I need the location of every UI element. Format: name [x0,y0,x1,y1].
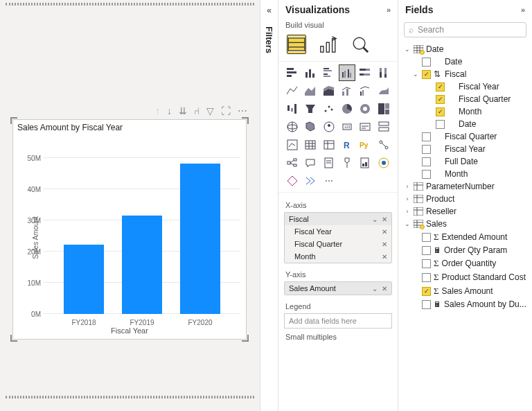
table-reseller[interactable]: ›Reseller [401,205,529,218]
format-visual-tab[interactable] [319,35,338,54]
viz-line-clustered-column[interactable] [357,82,373,99]
table-product[interactable]: ›Product [401,193,529,205]
legend-well[interactable]: Add data fields here [284,313,392,329]
viz-card[interactable] [357,119,373,135]
resize-handle-tr[interactable] [242,117,249,124]
chevron-down-icon[interactable]: ⌄ [372,285,378,292]
expand-icon[interactable]: ⑁ [194,105,200,116]
search-input[interactable]: ⌕ Search [404,22,526,37]
visualizations-title: Visualizations [285,4,350,15]
visual-type-grid: 123 R Py ⋯ [278,62,398,192]
chevron-down-icon[interactable]: ⌄ [372,216,378,223]
viz-more[interactable]: ⋯ [321,173,337,189]
field-fiscal-quarter[interactable]: Fiscal Quarter [401,93,529,105]
viz-donut[interactable] [357,100,373,117]
viz-filled-map[interactable] [302,119,319,135]
viz-key-influencers[interactable] [375,137,392,153]
expand-filters-icon[interactable]: « [267,0,272,21]
field-order-qty-param[interactable]: 🖩Order Qty Param [401,244,529,256]
field-product-standard-cost[interactable]: ΣProduct Standard Cost [401,270,529,284]
remove-icon[interactable]: ✕ [382,228,387,236]
filters-pane-collapsed[interactable]: « Filters [260,0,278,411]
search-icon: ⌕ [409,25,414,35]
svg-rect-63 [305,141,315,149]
viz-azure-map[interactable] [321,119,337,135]
viz-map[interactable] [284,119,301,135]
viz-scatter[interactable] [321,100,337,117]
field-fiscal-year[interactable]: Fiscal Year [401,80,529,93]
viz-goals[interactable] [339,155,355,171]
viz-multi-row-card[interactable] [375,119,392,135]
viz-treemap[interactable] [375,100,392,117]
viz-ribbon[interactable] [375,82,392,99]
field-full-date[interactable]: Full Date [401,155,529,168]
viz-gauge[interactable]: 123 [339,119,355,135]
resize-handle-tl[interactable] [10,117,17,124]
table-sales[interactable]: ⌄Sales [401,218,529,230]
viz-line-stacked-column[interactable] [339,82,355,99]
viz-paginated[interactable] [357,155,373,171]
drill-down-icon[interactable]: ↓ [167,105,172,116]
field-fiscal-month[interactable]: Month [401,105,529,118]
viz-narrative[interactable] [321,155,337,171]
field-extended-amount[interactable]: ΣExtended Amount [401,230,529,244]
svg-rect-21 [350,73,351,78]
viz-qa[interactable] [302,155,319,171]
field-fiscal-quarter-flat[interactable]: Fiscal Quarter [401,130,529,143]
viz-stacked-area[interactable] [321,82,337,99]
viz-power-automate[interactable] [302,173,319,189]
analytics-tab[interactable] [351,35,370,54]
drill-next-icon[interactable]: ⇊ [179,105,187,116]
viz-table[interactable] [302,137,319,153]
field-date-date[interactable]: Date [401,55,529,68]
bar-fy2018[interactable] [64,245,104,314]
viz-arc-gis[interactable] [375,155,392,171]
viz-pie[interactable] [339,100,355,117]
viz-clustered-bar[interactable] [321,64,337,81]
remove-icon[interactable]: ✕ [382,216,387,223]
bar-fy2019[interactable] [122,216,162,314]
viz-100-column[interactable] [375,64,392,81]
remove-icon[interactable]: ✕ [382,253,387,261]
remove-icon[interactable]: ✕ [382,241,387,248]
viz-kpi[interactable] [284,137,301,153]
collapse-viz-icon[interactable]: » [387,6,391,14]
svg-rect-19 [344,71,346,78]
viz-area[interactable] [302,82,319,99]
field-order-quantity[interactable]: ΣOrder Quantity [401,256,529,270]
more-options-icon[interactable]: ⋯ [238,105,247,116]
viz-r[interactable]: R [339,137,355,153]
bar-fy2020[interactable] [180,164,220,314]
focus-mode-icon[interactable]: ⛶ [221,105,231,116]
field-sales-amount[interactable]: ΣSales Amount [401,284,529,298]
remove-icon[interactable]: ✕ [382,285,387,292]
viz-funnel[interactable] [302,100,319,117]
viz-waterfall[interactable] [284,100,301,117]
y-axis-well[interactable]: Sales Amount ⌄✕ [284,281,392,295]
viz-power-apps[interactable] [284,173,301,189]
svg-point-42 [328,106,330,108]
viz-matrix[interactable] [321,137,337,153]
table-parameternumber[interactable]: ›ParameterNumber [401,180,529,193]
viz-decomposition[interactable] [284,155,301,171]
viz-python[interactable]: Py [357,137,373,153]
viz-stacked-column[interactable] [302,64,319,81]
viz-100-bar[interactable] [357,64,373,81]
field-month[interactable]: Month [401,168,529,180]
x-axis-well[interactable]: Fiscal ⌄✕ Fiscal Year✕ Fiscal Quarter✕ M… [284,212,392,263]
filter-icon[interactable]: ▽ [206,105,214,116]
collapse-fields-icon[interactable]: » [521,6,525,14]
viz-clustered-column[interactable] [339,64,355,81]
field-fiscal-date[interactable]: Date [401,118,529,130]
field-fiscal-year-flat[interactable]: Fiscal Year [401,143,529,155]
table-date[interactable]: ⌄Date [401,43,529,55]
report-canvas[interactable]: ↑ ↓ ⇊ ⑁ ▽ ⛶ ⋯ Sales Amount by Fiscal Yea… [0,0,260,411]
chart-visual[interactable]: Sales Amount by Fiscal Year Sales Amount… [12,119,247,340]
field-sales-amount-by-du[interactable]: 🖩Sales Amount by Du... [401,298,529,311]
viz-stacked-bar[interactable] [284,64,301,81]
hierarchy-fiscal[interactable]: ⌄⇅Fiscal [401,68,529,80]
build-visual-tab[interactable] [287,35,306,54]
viz-line[interactable] [284,82,301,99]
drill-up-icon[interactable]: ↑ [155,105,160,116]
svg-rect-18 [342,72,344,78]
